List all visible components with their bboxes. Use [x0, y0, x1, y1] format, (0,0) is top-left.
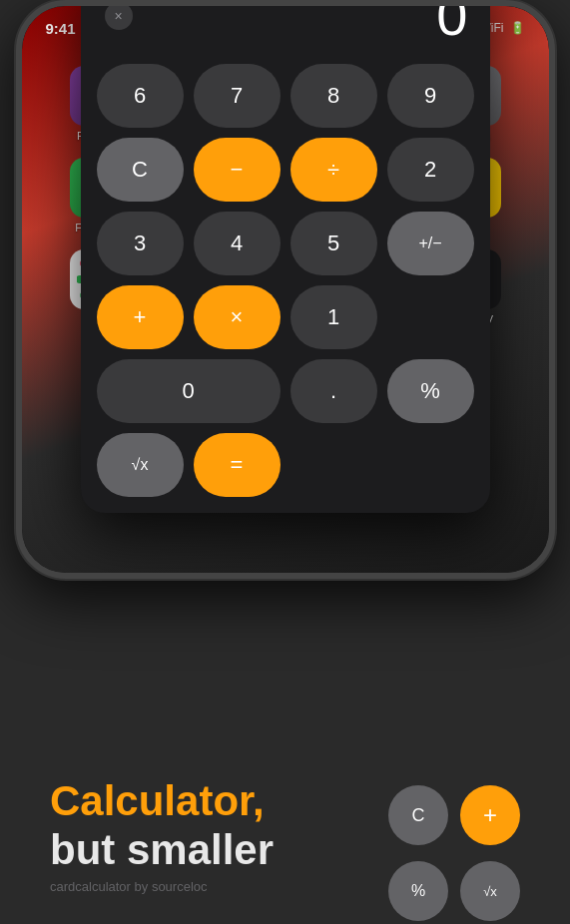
calc-btn-plusminus[interactable]: +/− [387, 212, 474, 275]
calc-btn-sqrt[interactable]: √x [97, 433, 184, 497]
status-time: 9:41 [46, 20, 76, 37]
marketing-sqrt-button[interactable]: √x [460, 861, 520, 921]
calc-btn-minus[interactable]: − [194, 138, 281, 202]
calc-btn-clear[interactable]: C [97, 138, 184, 202]
calc-close-button[interactable]: × [105, 6, 133, 30]
marketing-section: Calculator, but smaller C + % √x [0, 737, 570, 924]
calc-btn-decimal[interactable]: . [290, 359, 377, 423]
calc-btn-2[interactable]: 2 [387, 138, 474, 202]
battery-icon: 🔋 [510, 21, 525, 35]
calc-btn-5[interactable]: 5 [290, 212, 377, 275]
calc-btn-plus[interactable]: + [97, 285, 184, 349]
calc-btn-0[interactable]: 0 [97, 359, 281, 423]
tagline-normal: but smaller [50, 826, 274, 873]
calc-btn-7[interactable]: 7 [194, 64, 281, 128]
calc-btn-multiply[interactable]: × [194, 285, 281, 349]
tagline-highlight: Calculator, [50, 777, 265, 824]
calc-display: × 0 [97, 6, 474, 64]
marketing-c-button[interactable]: C [388, 785, 448, 845]
calc-btn-divide[interactable]: ÷ [290, 138, 377, 202]
calculator-popup: × 0 6 7 8 9 C − ÷ 2 3 4 5 +/− + × [81, 6, 490, 513]
marketing-buttons-row1: C + [388, 785, 520, 845]
calc-btn-3[interactable]: 3 [97, 212, 184, 275]
calc-result: 0 [436, 6, 465, 48]
calc-buttons-grid: 6 7 8 9 C − ÷ 2 3 4 5 +/− + × 1 0 . % [97, 64, 474, 497]
marketing-buttons-row2: % √x [388, 861, 520, 921]
calc-btn-equals[interactable]: = [194, 433, 281, 497]
phone-frame: 9:41 ▪▪▪ WiFi 🔋 Podcasts [16, 0, 555, 579]
calc-btn-9[interactable]: 9 [387, 64, 474, 128]
marketing-plus-button[interactable]: + [460, 785, 520, 845]
footer-text: cardcalculator by sourceloc [50, 879, 208, 894]
calc-btn-6[interactable]: 6 [97, 64, 184, 128]
calc-btn-8[interactable]: 8 [290, 64, 377, 128]
marketing-percent-button[interactable]: % [388, 861, 448, 921]
calc-btn-percent[interactable]: % [387, 359, 474, 423]
phone-screen: 9:41 ▪▪▪ WiFi 🔋 Podcasts [22, 6, 549, 573]
footer: cardcalculator by sourceloc [50, 879, 208, 894]
calc-btn-4[interactable]: 4 [194, 212, 281, 275]
calc-btn-1[interactable]: 1 [290, 285, 377, 349]
